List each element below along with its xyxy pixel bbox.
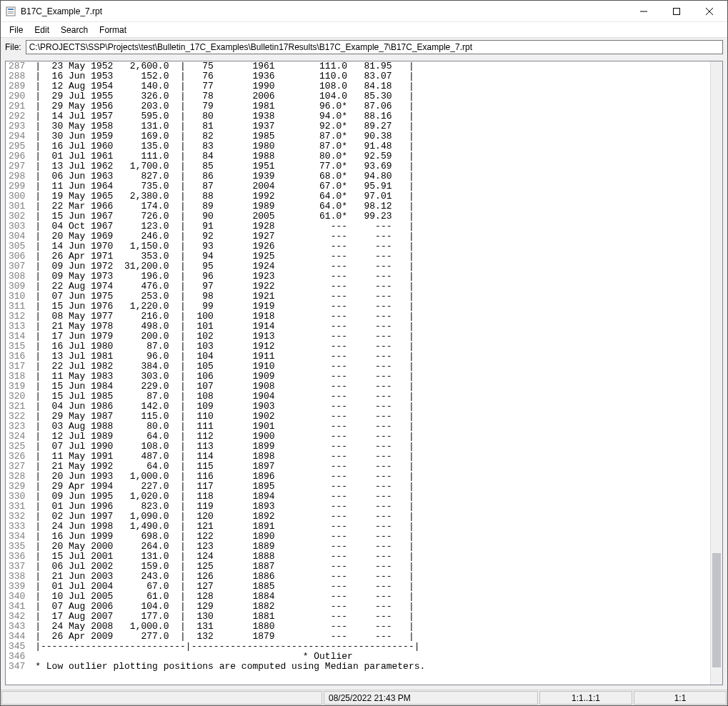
app-icon bbox=[5, 6, 16, 17]
file-label: File: bbox=[5, 42, 21, 52]
statusbar: 08/25/2022 21:43 PM 1:1..1:1 1:1 bbox=[1, 690, 727, 705]
minimize-button[interactable] bbox=[627, 1, 660, 22]
titlebar: B17C_Example_7.rpt bbox=[1, 1, 727, 22]
line-gutter: 287 288 289 290 291 292 293 294 295 296 … bbox=[6, 61, 29, 685]
svg-rect-3 bbox=[8, 13, 14, 14]
svg-rect-2 bbox=[8, 11, 14, 12]
editor-body: 287 288 289 290 291 292 293 294 295 296 … bbox=[1, 56, 727, 690]
vertical-scrollbar[interactable] bbox=[710, 61, 722, 685]
status-timestamp: 08/25/2022 21:43 PM bbox=[324, 691, 538, 705]
menu-edit[interactable]: Edit bbox=[29, 24, 55, 36]
text-content[interactable]: | 23 May 1952 2,600.0 | 75 1961 111.0 81… bbox=[29, 61, 710, 685]
file-path-input[interactable] bbox=[26, 40, 723, 54]
text-editor[interactable]: 287 288 289 290 291 292 293 294 295 296 … bbox=[5, 61, 723, 685]
menu-file[interactable]: File bbox=[4, 24, 29, 36]
status-pos: 1:1 bbox=[634, 691, 727, 705]
file-row: File: bbox=[1, 38, 727, 56]
close-button[interactable] bbox=[693, 1, 726, 22]
menu-search[interactable]: Search bbox=[55, 24, 94, 36]
window-title: B17C_Example_7.rpt bbox=[21, 6, 627, 16]
status-msg bbox=[1, 691, 322, 705]
menubar: File Edit Search Format bbox=[1, 22, 727, 38]
scrollbar-thumb[interactable] bbox=[712, 553, 721, 667]
svg-rect-5 bbox=[674, 8, 680, 14]
menu-format[interactable]: Format bbox=[94, 24, 132, 36]
status-range: 1:1..1:1 bbox=[539, 691, 632, 705]
maximize-button[interactable] bbox=[660, 1, 693, 22]
app-window: B17C_Example_7.rpt File Edit Search Form… bbox=[0, 0, 728, 706]
svg-rect-1 bbox=[8, 9, 14, 10]
